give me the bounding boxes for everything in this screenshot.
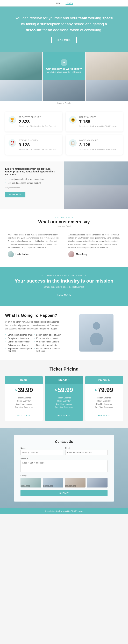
happening-person-image bbox=[79, 314, 114, 352]
hero-text: You can reserve for yourself and your te… bbox=[14, 15, 114, 33]
image-credit: Image by Freepik bbox=[0, 101, 128, 105]
price-num-basic: 39.99 bbox=[18, 386, 33, 394]
testimonials-grid: Arnik ostatur arcead exposi higheat neo … bbox=[5, 231, 123, 260]
happening-desc: Ut enim ad minim veniam, quis nostrud ex… bbox=[5, 320, 62, 331]
feature-premium-0: Person Entrance bbox=[89, 396, 120, 399]
contact-name-group: Name bbox=[20, 447, 63, 455]
explore-book-now-button[interactable]: BOOK NOW bbox=[5, 192, 25, 198]
happening-list-col1: Lorem ipsum dolor sit amet Excepteur sin… bbox=[5, 333, 33, 353]
price-header-premium: Premium bbox=[85, 376, 123, 384]
price-card-premium: Premium $ 79.99 Person Entrance Hours Ev… bbox=[85, 376, 123, 421]
price-num-premium: 79.99 bbox=[98, 386, 113, 394]
gallery-thumb-1: Nela-ip Jean bbox=[43, 478, 64, 488]
happening-title: What Is Going To Happen? bbox=[5, 313, 62, 318]
list-item-c2-4: Reprehenderit in voluptate velit esse bbox=[34, 347, 62, 353]
contact-name-label: Name bbox=[20, 447, 63, 449]
testi-text-1: Arnik ostatur arcead exposi higheat neo … bbox=[68, 233, 120, 249]
feature-premium-3: Day-Night Experience bbox=[89, 406, 120, 408]
navigation: Home Landing bbox=[0, 0, 128, 6]
hero-read-more-button[interactable]: READ MORE bbox=[51, 37, 77, 43]
buy-button-premium[interactable]: BUY TICKET bbox=[94, 413, 114, 418]
mission-title: Your success in the industry is our miss… bbox=[14, 278, 114, 284]
stat-card-0: 🏆 PROJECTS FINISHED 2.323 Sample text. C… bbox=[5, 112, 62, 132]
testimonials-section: Testimonials What our customers say Imag… bbox=[0, 210, 128, 267]
teal-card-sample: Sample text. Click to select the Text El… bbox=[47, 71, 81, 73]
stat-card-2: ⏰ WORKING HOURS 3.128 Sample text. Click… bbox=[5, 135, 62, 154]
list-item-c2-3: Duis aute irure dolor in bbox=[34, 344, 62, 347]
feature-standart-0: Person Entrance bbox=[49, 396, 79, 399]
stat-card-1: 😊 HAPPY CLIENTS 7.155 Sample text. Click… bbox=[66, 112, 123, 132]
happening-right bbox=[66, 313, 123, 352]
contact-section: Contact Us Name Email Message Gallery Pa… bbox=[0, 428, 128, 508]
contact-message-input[interactable] bbox=[20, 460, 108, 472]
price-name-basic: Basic bbox=[8, 378, 40, 381]
list-item-c2-0: Lorem ipsum dolor sit amet bbox=[34, 333, 62, 337]
explore-image-man bbox=[64, 186, 128, 210]
svg-point-0 bbox=[93, 322, 100, 330]
explore-image-fog bbox=[64, 162, 128, 186]
testimonials-credit: Image from Freepik bbox=[5, 225, 123, 227]
gallery-name-1: Nela-ip Jean bbox=[43, 485, 53, 487]
stat-desc-3: Sample text. Click to select the Text El… bbox=[79, 148, 117, 150]
list-item-c1-1: Excepteur sint occaecat bbox=[5, 337, 33, 340]
list-item-c1-2: Ut inim ad minim veniam bbox=[5, 340, 33, 344]
testi-author-1: Marta Perry bbox=[68, 251, 120, 257]
stat-desc-1: Sample text. Click to select the Text El… bbox=[79, 125, 117, 127]
contact-box: Contact Us Name Email Message Gallery Pa… bbox=[14, 434, 114, 502]
contact-name-email-row: Name Email bbox=[20, 447, 108, 455]
contact-email-input[interactable] bbox=[65, 450, 108, 455]
stat-number-1: 7.155 bbox=[79, 119, 117, 124]
explore-list-item-1: Elit, sed do eiusmod tempor incidunt bbox=[5, 181, 59, 185]
contact-submit-button[interactable]: SUBMIT bbox=[20, 490, 108, 496]
contact-title: Contact Us bbox=[20, 440, 108, 444]
buy-button-standart[interactable]: BUY TICKET bbox=[54, 413, 74, 418]
image-grid-section: ✦ Our call service world quality Sample … bbox=[0, 52, 128, 105]
list-item-c1-0: Lorem ipsum dolor sit amet bbox=[5, 333, 33, 337]
teal-card-icon: ✦ bbox=[61, 59, 67, 66]
grid-image-arch2 bbox=[0, 80, 42, 101]
gallery-thumb-3 bbox=[87, 478, 108, 488]
explore-credit: Image from Freepik bbox=[5, 187, 59, 188]
testimonials-tag: Testimonials bbox=[5, 216, 123, 218]
feature-basic-1: Hours Everyday bbox=[8, 399, 39, 402]
price-amount-premium: $ 79.99 bbox=[85, 384, 123, 394]
list-item-c1-3: Duis aute irure dolor in bbox=[5, 344, 33, 347]
list-item-c2-1: Excepteur sint occaecat bbox=[34, 337, 62, 340]
price-name-premium: Premium bbox=[88, 378, 120, 381]
stat-icon-0: 🏆 bbox=[8, 116, 16, 124]
happening-list-col2: Lorem ipsum dolor sit amet Excepteur sin… bbox=[34, 333, 62, 353]
stat-desc-0: Sample text. Click to select the Text El… bbox=[19, 125, 56, 127]
price-header-standart: Standart bbox=[45, 376, 83, 384]
contact-email-label: Email bbox=[65, 447, 108, 449]
testi-card-0: Arnik ostatur arcead exposi higheat neo … bbox=[5, 231, 62, 260]
pricing-section: Ticket Pricing Basic $ 39.99 Person Entr… bbox=[0, 360, 128, 428]
nav-landing[interactable]: Landing bbox=[65, 2, 73, 4]
happening-left: What Is Going To Happen? Ut enim ad mini… bbox=[5, 313, 62, 352]
stat-icon-3: 📋 bbox=[69, 139, 77, 147]
price-card-basic: Basic $ 39.99 Person Entrance Hours Ever… bbox=[5, 376, 43, 421]
explore-right bbox=[64, 162, 128, 210]
price-amount-basic: $ 39.99 bbox=[5, 384, 43, 394]
price-name-standart: Standart bbox=[48, 378, 80, 381]
gallery-name-2: Linda Hudson bbox=[65, 485, 76, 487]
price-features-premium: Person Entrance Hours Everyday Band Perf… bbox=[85, 394, 123, 410]
buy-button-basic[interactable]: BUY TICKET bbox=[14, 413, 34, 418]
feature-standart-2: Band Performance bbox=[49, 402, 79, 406]
testi-card-1: Arnik ostatur arcead exposi higheat neo … bbox=[66, 231, 123, 260]
gallery-thumb-0: Paul Evans bbox=[20, 478, 41, 488]
mission-read-more-button[interactable]: READ MORE bbox=[52, 292, 76, 298]
grid-image-arch1 bbox=[86, 52, 128, 80]
contact-name-input[interactable] bbox=[20, 450, 63, 455]
feature-basic-3: Day-Night Experience bbox=[8, 406, 39, 408]
testi-author-0: Linda Hudson bbox=[8, 251, 60, 257]
testi-text-0: Arnik ostatur arcead exposi higheat neo … bbox=[8, 233, 60, 249]
nav-home[interactable]: Home bbox=[55, 2, 61, 4]
price-footer-basic: BUY TICKET bbox=[5, 410, 43, 421]
pricing-grid: Basic $ 39.99 Person Entrance Hours Ever… bbox=[5, 376, 123, 421]
grid-image-city2 bbox=[43, 80, 85, 101]
feature-premium-2: Band Performance bbox=[89, 402, 120, 406]
testi-name-0: Linda Hudson bbox=[15, 253, 29, 256]
stat-label-2: WORKING HOURS bbox=[19, 139, 56, 142]
price-currency-premium: $ bbox=[95, 388, 97, 392]
stat-number-2: 3.128 bbox=[19, 142, 56, 148]
